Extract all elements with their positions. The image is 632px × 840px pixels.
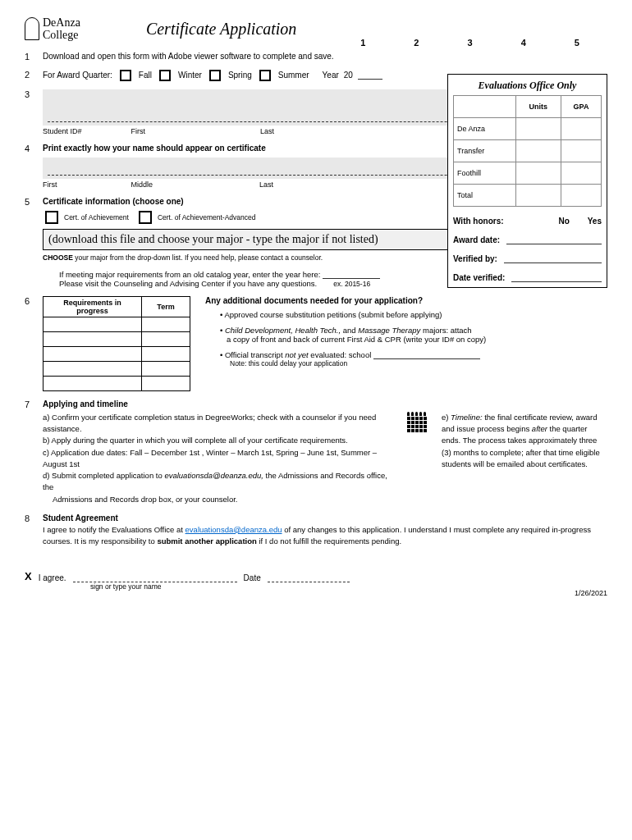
fall-checkbox[interactable] bbox=[120, 70, 131, 81]
timeline-a: a) Confirm your certificate completion s… bbox=[43, 412, 396, 436]
summer-label: Summer bbox=[278, 71, 309, 80]
req-col-header: Requirements in progress bbox=[44, 296, 142, 317]
catalog-year-text: If meeting major requirements from an ol… bbox=[59, 270, 320, 279]
first-name-label: First bbox=[131, 127, 146, 135]
doc-item-3: • Official transcript not yet evaluated:… bbox=[220, 350, 607, 368]
transcript-school-field[interactable] bbox=[373, 351, 480, 359]
eval-table: UnitsGPA De Anza Transfer Foothill Total bbox=[453, 95, 602, 207]
docs-heading: Any additional documents needed for your… bbox=[205, 296, 607, 305]
footer-date: 1/26/2021 bbox=[575, 589, 607, 597]
choose-text: your major from the drop-down list. If y… bbox=[75, 253, 323, 262]
eval-title: Evaluations Office Only bbox=[453, 80, 602, 92]
doc-note: Note: this could delay your application bbox=[230, 359, 607, 368]
cert-middle-label: Middle bbox=[131, 180, 153, 189]
timeline-c: c) Application due dates: Fall – Decembe… bbox=[43, 447, 396, 471]
timeline-d-cont: Admissions and Records drop box, or your… bbox=[53, 494, 396, 505]
signature-x: X bbox=[25, 570, 32, 582]
honors-no[interactable]: No bbox=[558, 217, 569, 226]
term-cell[interactable] bbox=[142, 361, 190, 376]
req-cell[interactable] bbox=[44, 346, 142, 361]
winter-checkbox[interactable] bbox=[159, 70, 171, 81]
cert-last-label: Last bbox=[259, 180, 273, 189]
catalog-year-field[interactable] bbox=[323, 271, 380, 279]
term-cell[interactable] bbox=[142, 317, 190, 331]
award-date-field[interactable] bbox=[506, 236, 602, 244]
section-2-number: 2 bbox=[25, 70, 36, 81]
signature-date-field[interactable] bbox=[268, 573, 350, 582]
page-numbers: 1 2 3 4 5 bbox=[360, 38, 602, 48]
cert-first-label: First bbox=[43, 180, 57, 189]
term-col-header: Term bbox=[142, 296, 190, 317]
eval-row-deanza: De Anza bbox=[454, 118, 516, 140]
page-title: Certificate Application bbox=[146, 20, 297, 39]
agreement-heading: Student Agreement bbox=[43, 514, 607, 523]
cert-achievement-checkbox[interactable] bbox=[45, 211, 58, 224]
eval-row-transfer: Transfer bbox=[454, 140, 516, 162]
req-cell[interactable] bbox=[44, 361, 142, 376]
term-cell[interactable] bbox=[142, 346, 190, 361]
college-logo: DeAnza College bbox=[25, 16, 80, 42]
fall-label: Fall bbox=[139, 71, 152, 80]
doc-item-1: • Approved course substitution petitions… bbox=[220, 310, 607, 319]
timeline-e: e) Timeline: the final certificate revie… bbox=[442, 412, 607, 470]
signature-field[interactable] bbox=[73, 573, 237, 582]
year-field[interactable] bbox=[358, 71, 382, 80]
eval-gpa-header: GPA bbox=[561, 96, 602, 118]
cert-advanced-checkbox[interactable] bbox=[139, 211, 152, 224]
verified-by-label: Verified by: bbox=[453, 254, 497, 263]
logo-line1: DeAnza bbox=[43, 16, 80, 29]
section-6-number: 6 bbox=[25, 296, 36, 391]
spring-checkbox[interactable] bbox=[209, 70, 221, 81]
requirements-table: Requirements in progressTerm bbox=[43, 296, 190, 391]
timeline-heading: Applying and timeline bbox=[43, 399, 607, 409]
cert-advanced-label: Cert. of Achievement-Advanced bbox=[158, 213, 256, 221]
section-8-number: 8 bbox=[25, 514, 36, 548]
section-7-number: 7 bbox=[25, 399, 36, 505]
spring-label: Spring bbox=[228, 71, 252, 80]
logo-line2: College bbox=[43, 29, 80, 41]
section-4-number: 4 bbox=[25, 144, 36, 189]
winter-label: Winter bbox=[178, 71, 202, 80]
agreement-text: I agree to notify the Evaluations Office… bbox=[43, 524, 607, 548]
email-link[interactable]: evaluationsda@deanza.edu bbox=[185, 525, 282, 534]
term-cell[interactable] bbox=[142, 331, 190, 346]
term-cell[interactable] bbox=[142, 376, 190, 390]
honors-yes[interactable]: Yes bbox=[588, 217, 602, 226]
year-prefix: 20 bbox=[344, 71, 353, 80]
req-cell[interactable] bbox=[44, 376, 142, 390]
eval-units-header: Units bbox=[515, 96, 561, 118]
date-label: Date bbox=[244, 573, 261, 582]
section-1-text: Download and open this form with Adobe v… bbox=[43, 52, 607, 62]
signature-hint: sign or type your name bbox=[90, 582, 607, 591]
agree-label: I agree. bbox=[39, 573, 66, 582]
req-cell[interactable] bbox=[44, 331, 142, 346]
year-label: Year bbox=[323, 71, 339, 80]
catalog-example: ex. 2015-16 bbox=[333, 280, 370, 288]
eval-row-total: Total bbox=[454, 185, 516, 207]
doc-item-2: • Child Development, Health Tech., and M… bbox=[220, 326, 607, 344]
section-1-number: 1 bbox=[25, 52, 36, 62]
summer-checkbox[interactable] bbox=[259, 70, 271, 81]
counseling-text: Please visit the Counseling and Advising… bbox=[59, 279, 317, 288]
award-quarter-label: For Award Quarter: bbox=[43, 71, 112, 80]
student-id-label: Student ID# bbox=[43, 127, 82, 135]
eval-row-foothill: Foothill bbox=[454, 162, 516, 185]
last-name-label: Last bbox=[260, 127, 274, 135]
verified-by-field[interactable] bbox=[504, 255, 602, 263]
logo-tower-icon bbox=[25, 17, 39, 40]
calendar-icon bbox=[407, 412, 430, 435]
date-verified-label: Date verified: bbox=[453, 273, 505, 282]
req-cell[interactable] bbox=[44, 317, 142, 331]
cert-achievement-label: Cert. of Achievement bbox=[64, 213, 129, 221]
honors-label: With honors: bbox=[453, 217, 504, 226]
timeline-d: d) Submit completed application to evalu… bbox=[43, 470, 396, 494]
date-verified-field[interactable] bbox=[511, 274, 602, 282]
section-5-number: 5 bbox=[25, 197, 36, 288]
timeline-b: b) Apply during the quarter in which you… bbox=[43, 435, 396, 446]
section-3-number: 3 bbox=[25, 89, 36, 135]
evaluations-office-box: Evaluations Office Only UnitsGPA De Anza… bbox=[447, 74, 607, 288]
award-date-label: Award date: bbox=[453, 235, 500, 244]
